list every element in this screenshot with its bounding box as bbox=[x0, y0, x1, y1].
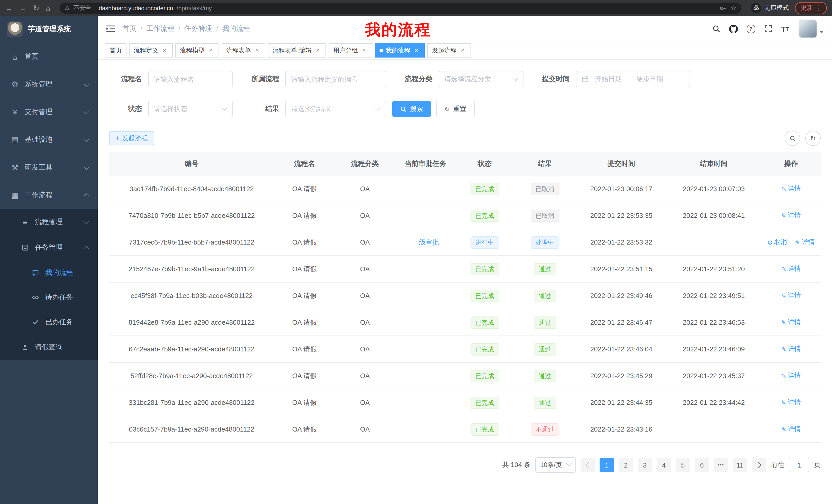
tab-my-process[interactable]: 我的流程× bbox=[375, 43, 425, 58]
result-select[interactable]: 请选择流结果 bbox=[285, 101, 386, 117]
sidebar-item-task-management[interactable]: 任务管理 bbox=[0, 235, 98, 260]
more-pages-button[interactable]: ••• bbox=[714, 458, 728, 472]
process-name-input[interactable] bbox=[148, 71, 233, 87]
sidebar-item-my-process[interactable]: 我的流程 bbox=[0, 260, 98, 285]
tab-home[interactable]: 首页 bbox=[105, 43, 127, 58]
page-button-5[interactable]: 5 bbox=[676, 458, 690, 472]
url-domain[interactable]: dashboard.yudao.iocoder.cn bbox=[99, 5, 173, 11]
edit-icon: ✎ bbox=[781, 399, 786, 406]
breadcrumb-task-management[interactable]: 任务管理 bbox=[184, 24, 212, 33]
toggle-search-button[interactable] bbox=[785, 131, 800, 146]
page-button-1[interactable]: 1 bbox=[600, 458, 614, 472]
process-category-label: 流程分类 bbox=[399, 75, 433, 84]
detail-link[interactable]: ✎详情 bbox=[781, 185, 801, 193]
refresh-table-button[interactable]: ↻ bbox=[805, 131, 821, 146]
close-icon[interactable]: × bbox=[361, 47, 368, 54]
page-button-4[interactable]: 4 bbox=[657, 458, 671, 472]
page-button-2[interactable]: 2 bbox=[619, 458, 633, 472]
update-label: 更新 bbox=[801, 4, 813, 12]
tools-icon: ⚒ bbox=[10, 163, 20, 172]
bookmark-star-icon[interactable]: ☆ bbox=[730, 4, 736, 12]
home-icon[interactable]: ⌂ bbox=[46, 4, 50, 12]
tab-process-definition[interactable]: 流程定义× bbox=[129, 43, 173, 58]
sidebar-item-home[interactable]: ⌂ 首页 bbox=[0, 43, 98, 71]
update-button[interactable]: 更新 ⋮ bbox=[795, 2, 827, 14]
close-icon[interactable]: × bbox=[314, 47, 321, 54]
cancel-link[interactable]: ⊘取消 bbox=[768, 238, 787, 247]
detail-link[interactable]: ✎详情 bbox=[781, 318, 801, 327]
sidebar-item-process-management[interactable]: ≡ 流程管理 bbox=[0, 209, 98, 235]
detail-link[interactable]: ✎详情 bbox=[781, 398, 801, 407]
sidebar-item-dev-tools[interactable]: ⚒ 研发工具 bbox=[0, 153, 98, 181]
status-select[interactable]: 请选择状态 bbox=[148, 101, 233, 117]
start-process-button[interactable]: + 发起流程 bbox=[109, 131, 155, 145]
detail-link[interactable]: ✎详情 bbox=[781, 264, 801, 273]
process-category-select[interactable]: 请选择流程分类 bbox=[439, 71, 523, 87]
key-icon[interactable] bbox=[720, 4, 727, 11]
tab-start-process[interactable]: 发起流程× bbox=[427, 43, 471, 58]
breadcrumb-home[interactable]: 首页 bbox=[122, 24, 136, 33]
cell-end-time bbox=[666, 416, 761, 443]
forward-icon[interactable]: → bbox=[19, 4, 27, 12]
detail-link[interactable]: ✎详情 bbox=[781, 291, 801, 300]
search-icon[interactable] bbox=[712, 25, 720, 33]
breadcrumb-workflow[interactable]: 工作流程 bbox=[147, 24, 174, 33]
github-icon[interactable] bbox=[729, 24, 738, 33]
security-label[interactable]: 不安全 bbox=[73, 4, 91, 12]
detail-link[interactable]: ✎详情 bbox=[781, 345, 801, 354]
reset-button[interactable]: ↻ 重置 bbox=[436, 101, 475, 117]
page-button-11[interactable]: 11 bbox=[733, 458, 747, 472]
close-icon[interactable]: × bbox=[459, 47, 466, 54]
menu-dots-icon[interactable]: ⋮ bbox=[815, 4, 822, 12]
close-icon[interactable]: × bbox=[161, 47, 168, 54]
fullscreen-icon[interactable] bbox=[764, 25, 772, 33]
result-tag: 通过 bbox=[534, 343, 556, 355]
workflow-icon: ▦ bbox=[10, 191, 20, 200]
address-bar[interactable]: ⚠ 不安全 dashboard.yudao.iocoder.cn/bpm/tas… bbox=[59, 2, 742, 13]
detail-link[interactable]: ✎详情 bbox=[781, 425, 801, 433]
tab-process-model[interactable]: 流程模型× bbox=[175, 43, 219, 58]
sidebar-item-payment-management[interactable]: ¥ 支付管理 bbox=[0, 98, 98, 126]
next-page-button[interactable] bbox=[752, 458, 766, 472]
help-icon[interactable]: ? bbox=[746, 24, 755, 33]
logo[interactable]: 芋道管理系统 bbox=[0, 16, 98, 43]
detail-link[interactable]: ✎详情 bbox=[781, 371, 801, 380]
detail-link[interactable]: ✎详情 bbox=[795, 238, 814, 247]
start-date-placeholder[interactable]: 开始日期 bbox=[595, 75, 622, 84]
tab-process-form-edit[interactable]: 流程表单-编辑× bbox=[268, 43, 326, 58]
close-icon[interactable]: × bbox=[207, 47, 214, 54]
search-button[interactable]: 搜索 bbox=[392, 101, 431, 117]
sidebar-item-system-management[interactable]: ⚙ 系统管理 bbox=[0, 71, 98, 98]
date-range-picker[interactable]: 开始日期 - 结束日期 bbox=[576, 71, 690, 87]
table-row: 2152467e-7b9b-11ec-9a1b-acde48001122 OA … bbox=[109, 256, 821, 282]
page-button-3[interactable]: 3 bbox=[638, 458, 652, 472]
end-date-placeholder[interactable]: 结束日期 bbox=[636, 75, 663, 84]
prev-page-button[interactable] bbox=[580, 458, 595, 472]
detail-link[interactable]: ✎详情 bbox=[781, 211, 801, 220]
close-icon[interactable]: × bbox=[254, 47, 261, 54]
cell-name: OA 请假 bbox=[274, 309, 335, 336]
refresh-icon: ↻ bbox=[444, 105, 450, 113]
goto-page-input[interactable] bbox=[789, 458, 809, 472]
sidebar-item-workflow[interactable]: ▦ 工作流程 bbox=[0, 181, 98, 209]
reload-icon[interactable]: ↻ bbox=[33, 4, 39, 12]
sidebar-item-todo-tasks[interactable]: 待办任务 bbox=[0, 285, 98, 310]
sidebar-item-infrastructure[interactable]: ▤ 基础设施 bbox=[0, 126, 98, 153]
sidebar-item-leave-query[interactable]: 请假查询 bbox=[0, 334, 98, 360]
tab-user-group[interactable]: 用户分组× bbox=[329, 43, 372, 58]
url-path[interactable]: /bpm/task/my bbox=[177, 5, 212, 11]
sidebar-item-done-tasks[interactable]: 已办任务 bbox=[0, 310, 98, 334]
page-button-6[interactable]: 6 bbox=[695, 458, 709, 472]
tab-process-form[interactable]: 流程表单× bbox=[222, 43, 265, 58]
font-size-icon[interactable]: TT bbox=[781, 24, 789, 33]
process-definition-input[interactable] bbox=[285, 71, 386, 87]
page-size-select[interactable]: 10条/页 bbox=[535, 457, 576, 473]
avatar[interactable] bbox=[799, 20, 817, 38]
current-task-link[interactable]: 一级审批 bbox=[412, 238, 439, 246]
close-icon[interactable]: × bbox=[413, 47, 420, 54]
col-current-task: 当前审批任务 bbox=[395, 152, 456, 176]
hamburger-icon[interactable] bbox=[106, 25, 115, 32]
back-icon[interactable]: ← bbox=[5, 4, 13, 12]
user-menu[interactable] bbox=[799, 20, 824, 38]
cell-category: OA bbox=[335, 176, 395, 202]
